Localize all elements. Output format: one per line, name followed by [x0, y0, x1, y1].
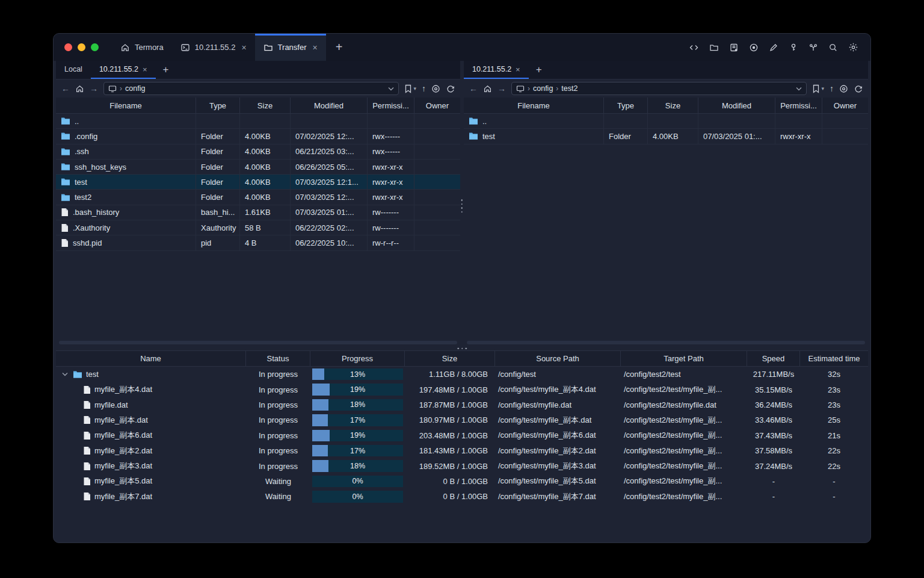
panel-new-tab-button[interactable]: +	[529, 61, 549, 79]
chevron-down-icon[interactable]	[388, 87, 394, 91]
caret-down-icon: ▾	[413, 85, 416, 92]
home-button[interactable]	[483, 84, 492, 93]
panel-tab[interactable]: 10.211.55.2×	[464, 61, 529, 79]
path-input[interactable]: ›config›test2	[511, 82, 807, 95]
horizontal-scrollbar[interactable]	[467, 341, 865, 344]
progress-label: 0%	[312, 491, 403, 502]
name-cell: myfile_副本3.dat	[56, 458, 246, 473]
panel-tab[interactable]: Local	[56, 61, 91, 79]
tab-termora[interactable]: Termora	[112, 34, 172, 61]
refresh-button[interactable]	[854, 84, 863, 93]
panel-tab[interactable]: 10.211.55.2×	[91, 61, 156, 79]
file-row[interactable]: testFolder4.00KB07/03/2025 12:1...rwxr-x…	[56, 175, 460, 190]
close-icon[interactable]: ×	[516, 65, 520, 74]
back-button[interactable]: ←	[469, 84, 478, 93]
file-row[interactable]: ssh_host_keysFolder4.00KB06/26/2025 05:.…	[56, 160, 460, 175]
transfer-row[interactable]: myfile.datIn progress18%187.87MB / 1.00G…	[56, 397, 868, 412]
column-header[interactable]: Name	[56, 351, 246, 366]
expand-chevron-icon[interactable]	[61, 372, 69, 376]
refresh-button[interactable]	[446, 84, 455, 93]
transfer-row[interactable]: myfile_副本5.datWaiting0%0 B / 1.00GB/conf…	[56, 474, 868, 489]
column-header[interactable]: Owner	[822, 98, 868, 113]
file-row[interactable]: ..	[56, 114, 460, 129]
file-row[interactable]: .bash_historybash_hi...1.61KB07/03/2025 …	[56, 205, 460, 220]
path-segment[interactable]: config	[533, 84, 553, 93]
forward-button[interactable]: →	[497, 84, 506, 93]
transfer-row[interactable]: testIn progress13%1.11GB / 8.00GB/config…	[56, 367, 868, 382]
settings-icon[interactable]	[848, 42, 858, 52]
show-hidden-files-button[interactable]	[839, 84, 848, 93]
log-icon[interactable]	[729, 43, 739, 52]
column-header[interactable]: Filename	[56, 98, 196, 113]
new-tab-button[interactable]: +	[326, 34, 353, 61]
column-header[interactable]: Permissi...	[775, 98, 822, 113]
tab-transfer[interactable]: Transfer ×	[255, 34, 326, 61]
close-window-button[interactable]	[64, 43, 72, 51]
transfer-row[interactable]: myfile_副本.datIn progress17%180.97MB / 1.…	[56, 412, 868, 427]
column-header[interactable]: Modified	[698, 98, 775, 113]
path-input[interactable]: ›config	[103, 82, 399, 95]
forward-button[interactable]: →	[90, 84, 98, 93]
transfer-row[interactable]: myfile_副本4.datIn progress19%197.48MB / 1…	[56, 382, 868, 397]
column-header[interactable]: Speed	[747, 351, 800, 366]
panel-new-tab-button[interactable]: +	[156, 61, 176, 79]
column-header[interactable]: Estimated time	[800, 351, 868, 366]
horizontal-scrollbar[interactable]	[59, 341, 457, 344]
column-header[interactable]: Size	[648, 98, 698, 113]
panel-tab-label: 10.211.55.2	[472, 65, 511, 73]
path-segment[interactable]: test2	[561, 84, 578, 93]
column-header[interactable]: Source Path	[495, 351, 621, 366]
column-header[interactable]: Target Path	[621, 351, 747, 366]
column-header[interactable]: Status	[246, 351, 310, 366]
close-icon[interactable]: ×	[241, 43, 246, 52]
record-icon[interactable]	[749, 43, 759, 52]
bookmark-button[interactable]: ▾	[404, 84, 416, 93]
target-path-cell: /config/test2/test/myfile_副...	[621, 428, 747, 443]
edit-icon[interactable]	[769, 43, 778, 52]
column-header[interactable]: Permissi...	[368, 98, 414, 113]
search-icon[interactable]	[828, 43, 838, 52]
column-header[interactable]: Type	[196, 98, 240, 113]
home-button[interactable]	[75, 84, 84, 93]
chevron-down-icon[interactable]	[796, 87, 802, 91]
transfer-row[interactable]: myfile_副本6.datIn progress19%203.48MB / 1…	[56, 428, 868, 443]
file-row[interactable]: .XauthorityXauthority58 B06/22/2025 02:.…	[56, 220, 460, 235]
key-icon[interactable]	[789, 43, 798, 52]
upload-button[interactable]: ↑	[422, 84, 426, 93]
code-icon[interactable]	[689, 43, 699, 52]
status-cell: Waiting	[246, 474, 310, 489]
minimize-window-button[interactable]	[78, 43, 85, 51]
column-header[interactable]: Modified	[291, 98, 368, 113]
horizontal-splitter[interactable]	[56, 346, 868, 350]
file-row[interactable]: .configFolder4.00KB07/02/2025 12:...rwx-…	[56, 129, 460, 144]
back-button[interactable]: ←	[61, 84, 70, 93]
perm-cell: rwxr-xr-x	[368, 175, 414, 189]
column-header[interactable]: Size	[405, 351, 495, 366]
bookmark-button[interactable]: ▾	[812, 84, 824, 93]
file-row[interactable]: .sshFolder4.00KB06/21/2025 03:...rwx----…	[56, 144, 460, 160]
file-row[interactable]: testFolder4.00KB07/03/2025 01:...rwxr-xr…	[464, 129, 868, 144]
name-label: myfile_副本3.dat	[94, 461, 152, 471]
close-icon[interactable]: ×	[143, 65, 147, 74]
panel-toolbar: ←→›config▾↑	[56, 79, 460, 98]
tab-host[interactable]: 10.211.55.2 ×	[172, 34, 255, 61]
close-icon[interactable]: ×	[313, 43, 318, 52]
column-header[interactable]: Type	[604, 98, 648, 113]
path-segment[interactable]: config	[125, 84, 145, 93]
transfer-row[interactable]: myfile_副本7.datWaiting0%0 B / 1.00GB/conf…	[56, 489, 868, 504]
folder-icon[interactable]	[709, 43, 719, 52]
file-row[interactable]: ..	[464, 114, 868, 129]
size-cell: 0 B / 1.00GB	[405, 474, 495, 489]
column-header[interactable]: Filename	[464, 98, 604, 113]
zoom-window-button[interactable]	[91, 43, 99, 51]
column-header[interactable]: Size	[240, 98, 291, 113]
column-header[interactable]: Progress	[310, 351, 405, 366]
transfer-row[interactable]: myfile_副本3.datIn progress18%189.52MB / 1…	[56, 458, 868, 473]
transfer-row[interactable]: myfile_副本2.datIn progress17%181.43MB / 1…	[56, 443, 868, 458]
keychain-icon[interactable]	[808, 43, 818, 52]
file-row[interactable]: test2Folder4.00KB07/03/2025 12:...rwxr-x…	[56, 190, 460, 205]
show-hidden-files-button[interactable]	[431, 84, 440, 93]
file-row[interactable]: sshd.pidpid4 B06/22/2025 10:...rw-r--r--	[56, 235, 460, 250]
upload-button[interactable]: ↑	[830, 84, 834, 93]
column-header[interactable]: Owner	[414, 98, 460, 113]
